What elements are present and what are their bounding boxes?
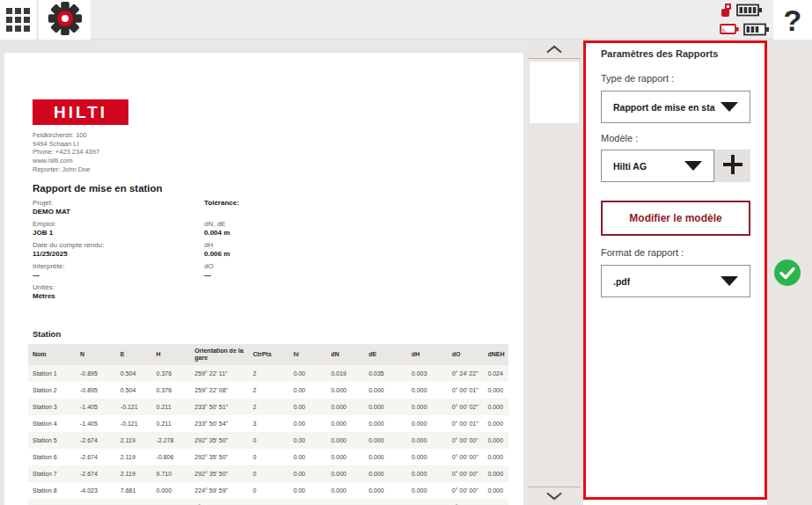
scroll-down-button[interactable] [528,487,581,505]
table-cell: 0.211 [152,399,191,415]
info-label: Projet: [33,199,195,208]
info-label: Emploi: [33,220,195,229]
info-pair: Emploi:JOB 1 [33,220,195,238]
table-cell: 292° 35' 50" [190,432,248,449]
table-cell: 0.000 [326,499,364,505]
table-cell: Station 1 [28,365,76,382]
table-cell: -0.121 [116,415,152,432]
table-row: Station 90.0000.0000.0000° 00' 00"00.000… [28,499,508,505]
report-preview-page[interactable]: HILTI Feldkircherstr. 1009494 Schaan LIP… [4,53,523,505]
table-cell: 0.000 [364,432,407,449]
table-cell: 0.000 [483,399,508,415]
template-dropdown[interactable]: Hilti AG [601,150,714,182]
panel-lower-area [583,500,767,505]
table-header-cell: H [152,344,191,365]
dropdown-caret-icon [721,102,738,112]
table-cell: 0.000 [326,482,364,499]
table-header-cell: hi [289,344,326,365]
scroll-up-button[interactable] [528,40,581,59]
info-pair: Interprète:— [33,262,195,280]
table-header-cell: CtrPts [249,344,289,365]
address-line: Phone: +423 234 4397 [33,148,99,157]
settings-button[interactable] [39,0,91,40]
table-cell: 2 [249,382,289,399]
table-cell: 0.000 [326,465,364,482]
table-cell: 0.00 [289,382,326,399]
chevron-down-icon [545,488,563,504]
chevron-up-icon [545,41,563,57]
tool-battery-full-icon [736,3,763,21]
table-header-cell: N [76,344,116,365]
table-cell: 0.000 [483,465,508,482]
table-cell: -4.023 [76,482,116,499]
table-cell: Station 2 [28,382,76,399]
info-value: — [204,271,336,280]
plus-icon [722,154,743,179]
info-pair: dN, dE0.004 m [204,220,336,238]
table-row: Station 3-1.405-0.1210.211233° 50' 51"20… [28,399,508,415]
table-row: Station 7-2.6742.1199.710292° 35' 50"00.… [28,465,508,482]
table-cell: 0.000 [364,465,407,482]
table-cell: 2.119 [116,449,152,465]
table-cell: 0.000 [326,415,364,432]
table-cell: 0° 00' 00" [448,465,484,482]
table-cell: 0.211 [152,415,191,432]
table-cell: 0° 00' 00" [190,499,248,505]
report-settings-panel: Paramètres des Rapports Type de rapport … [583,40,767,500]
address-line: Feldkircherstr. 100 [33,131,99,140]
table-row: Station 6-2.6742.119-0.806292° 35' 50"00… [28,449,508,465]
table-cell: 3 [249,415,289,432]
table-cell: 0.000 [407,399,448,415]
table-cell: 224° 59' 59" [190,482,248,499]
table-header-row: NomNEHOrientation de la gareCtrPtshidNdE… [28,344,508,365]
scrollbar-thumb[interactable] [530,62,579,123]
table-cell: 0.000 [364,382,407,399]
info-value: 0.004 m [204,229,336,238]
apps-menu-button[interactable] [0,0,36,40]
info-pair: Projet:DEMO MAT [33,199,195,216]
report-format-dropdown[interactable]: .pdf [601,265,750,297]
table-cell: -2.674 [76,465,116,482]
table-cell: 0.000 [483,382,508,399]
edit-template-button[interactable]: Modifier le modèle [601,201,750,236]
table-cell: 9.710 [152,465,191,482]
help-button[interactable]: ? [773,0,812,40]
tolerance-header: Tolérance: [204,199,336,216]
help-question-icon: ? [784,5,802,35]
table-cell: Station 6 [28,449,76,465]
table-cell: 0° 00' 01" [448,382,484,399]
table-cell: 0.000 [152,482,191,499]
table-row: Station 5-2.6742.119-2.278292° 35' 50"00… [28,432,508,449]
table-header-cell: Orientation de la gare [190,344,248,365]
table-header-cell: dE [364,344,407,365]
table-cell: 0.00 [289,415,326,432]
grid-menu-icon [6,8,30,32]
table-header-cell: dNEH [483,344,508,365]
table-cell: 0.00 [289,399,326,415]
table-cell: 0.00 [289,449,326,465]
table-cell: 0 [249,449,289,465]
dropdown-caret-icon [721,276,738,286]
table-cell: 233° 50' 51" [190,399,248,415]
table-cell: 0.000 [326,382,364,399]
info-label: Interprète: [33,262,195,271]
info-label: Unités: [33,283,195,292]
table-cell: 0 [249,499,289,505]
preview-scrollbar[interactable] [528,40,581,505]
station-section-heading: Station [33,329,61,339]
report-type-dropdown[interactable]: Rapport de mise en stati [601,91,750,123]
add-template-button[interactable] [714,150,750,182]
table-cell: 0.000 [326,399,364,415]
table-cell: 2.119 [116,465,152,482]
table-cell: -0.806 [152,449,191,465]
table-row: Station 2-0.8950.5040.376259° 22' 08"20.… [28,382,508,399]
table-cell: 0.000 [483,482,508,499]
info-value: Mètres [33,292,195,301]
table-cell: 2 [249,399,289,415]
report-info-right: Tolérance: dN, dE0.004 mdH0.006 mdO— [204,199,336,283]
table-cell: 0.000 [483,432,508,449]
success-check-icon[interactable] [773,259,801,287]
info-label: Date du compte rendu: [33,241,195,250]
table-header-cell: E [116,344,152,365]
table-cell: 0.376 [152,382,191,399]
